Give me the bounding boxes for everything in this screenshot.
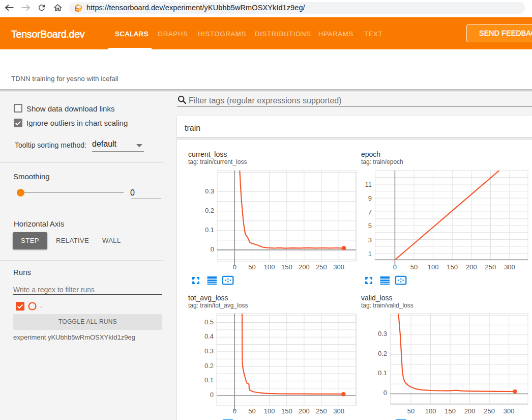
svg-text:50: 50 [410, 263, 418, 271]
svg-text:0: 0 [233, 263, 237, 271]
svg-text:0: 0 [210, 391, 214, 399]
svg-text:50: 50 [248, 407, 255, 415]
svg-text:0: 0 [233, 407, 237, 415]
svg-text:0: 0 [393, 263, 397, 271]
svg-text:0.1: 0.1 [204, 376, 214, 384]
svg-text:50: 50 [407, 407, 415, 415]
svg-text:5: 5 [368, 222, 372, 230]
svg-text:3: 3 [368, 236, 372, 244]
svg-text:100: 100 [428, 263, 439, 271]
svg-text:200: 200 [299, 407, 310, 415]
svg-text:0: 0 [383, 389, 387, 397]
svg-text:0.2: 0.2 [204, 362, 214, 370]
svg-text:300: 300 [333, 263, 344, 271]
svg-text:0: 0 [211, 245, 214, 253]
svg-text:300: 300 [333, 407, 344, 415]
svg-text:250: 250 [484, 407, 495, 415]
svg-text:300: 300 [504, 263, 515, 271]
svg-text:0.5: 0.5 [204, 318, 214, 326]
svg-text:11: 11 [365, 181, 372, 188]
svg-text:0.2: 0.2 [205, 207, 214, 214]
svg-text:200: 200 [464, 407, 476, 415]
svg-text:0.3: 0.3 [378, 330, 387, 338]
svg-text:0.2: 0.2 [378, 350, 387, 357]
svg-text:0.3: 0.3 [205, 187, 214, 195]
svg-text:1: 1 [368, 250, 372, 258]
svg-text:150: 150 [281, 407, 292, 415]
svg-text:150: 150 [447, 263, 458, 271]
svg-text:50: 50 [248, 263, 255, 271]
svg-text:100: 100 [264, 263, 275, 271]
svg-text:300: 300 [504, 407, 515, 415]
svg-text:250: 250 [316, 407, 327, 415]
svg-text:200: 200 [466, 263, 477, 271]
svg-text:0.1: 0.1 [378, 369, 387, 377]
svg-text:0.4: 0.4 [204, 332, 214, 340]
svg-text:9: 9 [368, 194, 372, 202]
svg-text:7: 7 [368, 208, 372, 216]
svg-text:200: 200 [299, 263, 310, 271]
svg-text:250: 250 [316, 263, 327, 271]
svg-text:0.3: 0.3 [204, 347, 214, 355]
svg-text:250: 250 [485, 263, 496, 271]
svg-text:150: 150 [445, 407, 456, 415]
svg-text:100: 100 [264, 407, 275, 415]
svg-text:100: 100 [425, 407, 436, 415]
svg-text:150: 150 [281, 263, 292, 271]
svg-text:0.1: 0.1 [205, 226, 214, 234]
